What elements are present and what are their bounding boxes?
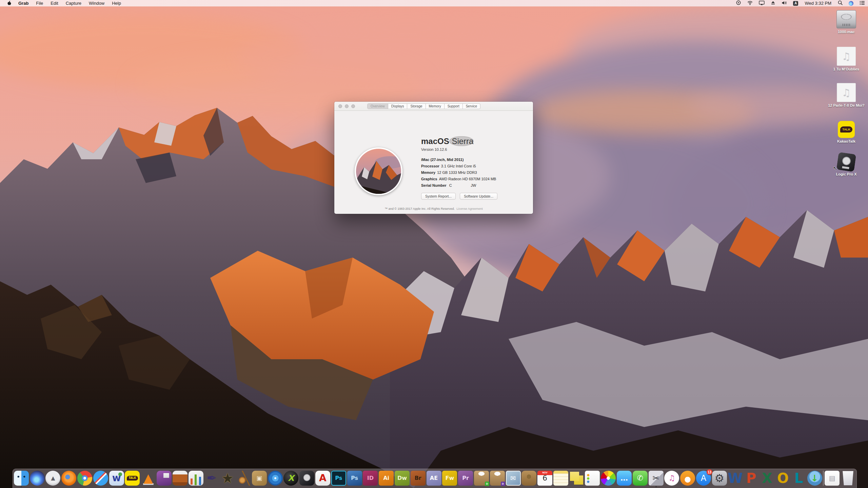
software-update-button[interactable]: Software Update... <box>460 193 497 200</box>
dock-x-app[interactable]: X <box>283 471 298 488</box>
dock-illustrator[interactable]: Ai <box>379 471 394 488</box>
dock-after-effects[interactable]: AE <box>427 471 441 488</box>
indesign-icon: ID <box>363 471 378 486</box>
dock-ibooks[interactable] <box>680 471 695 488</box>
dock-stickies[interactable] <box>569 471 584 488</box>
dock-notes[interactable] <box>553 471 568 488</box>
dock-firefox[interactable] <box>61 471 76 488</box>
menu-edit[interactable]: Edit <box>47 0 62 6</box>
spotlight-menu[interactable] <box>835 0 846 6</box>
dock-grab[interactable]: ✂ <box>649 471 664 488</box>
idvd-icon <box>268 471 283 486</box>
dock-imovie-09[interactable]: ★ <box>220 471 235 488</box>
dock-unarchiver-purple[interactable]: D <box>490 471 505 488</box>
menu-clock[interactable]: Wed 3:32 PM <box>801 0 835 6</box>
messages-glyph: … <box>620 474 628 482</box>
dock-pages-09[interactable]: ✒ <box>204 471 219 488</box>
dock-keynote-09[interactable] <box>173 471 188 488</box>
menu-help[interactable]: Help <box>108 0 125 6</box>
dock-outlook[interactable]: O <box>775 471 790 488</box>
photoshop-cs-glyph: Ps <box>351 475 358 481</box>
dock-word[interactable]: W <box>728 471 743 488</box>
dock-unarchiver-green[interactable]: D <box>474 471 489 488</box>
zoom-button[interactable] <box>351 104 355 108</box>
dock-indesign[interactable]: ID <box>363 471 378 488</box>
dock-facetime[interactable]: ✆ <box>633 471 648 488</box>
menu-window[interactable]: Window <box>85 0 108 6</box>
dock-safari[interactable] <box>93 471 108 488</box>
dock-kakaotalk[interactable]: TALK <box>125 471 140 488</box>
messages-icon: … <box>617 471 632 486</box>
menu-capture[interactable]: Capture <box>62 0 85 6</box>
system-report-button[interactable]: System Report... <box>421 193 456 200</box>
dock-bridge[interactable]: Br <box>411 471 426 488</box>
dock-vlc[interactable]: ▲ <box>141 471 156 488</box>
input-source-menu[interactable]: A <box>790 0 801 6</box>
dock-fireworks[interactable]: Fw <box>442 471 457 488</box>
tab-overview[interactable]: Overview <box>368 104 388 109</box>
acrobat-icon: A <box>315 471 330 486</box>
dock-system-preferences[interactable]: ⚙ <box>712 471 727 488</box>
eject-menu[interactable] <box>768 0 778 6</box>
wifi-menu[interactable] <box>744 0 756 6</box>
dock-trash[interactable] <box>841 471 855 488</box>
dock-contacts[interactable] <box>521 471 536 488</box>
desktop-icon-1-tu-m-oublies[interactable]: ♫1 Tu M'Oublies <box>827 47 865 71</box>
tab-service[interactable]: Service <box>462 104 480 109</box>
grab-glyph: ✂ <box>653 474 659 482</box>
menu-file[interactable]: File <box>32 0 47 6</box>
dock-photos[interactable] <box>601 471 616 488</box>
dock-idvd[interactable] <box>268 471 283 488</box>
dock-excel[interactable]: X <box>760 471 774 488</box>
dock-downloader[interactable]: ↓ <box>807 471 822 488</box>
dock-purple-media-app[interactable] <box>157 471 172 488</box>
minimize-button[interactable] <box>345 104 349 108</box>
volume-menu[interactable] <box>778 0 790 6</box>
serial-label: Serial Number <box>421 183 447 187</box>
dock-launchpad[interactable]: ▲ <box>45 471 60 488</box>
dock-messages[interactable]: … <box>617 471 632 488</box>
menu-app-name[interactable]: Grab <box>15 0 32 6</box>
dock-w-globe-app[interactable]: w <box>109 471 124 488</box>
dock-app-store[interactable]: A13 <box>696 471 711 488</box>
apple-menu[interactable] <box>0 0 15 6</box>
dock-premiere[interactable]: Pr <box>458 471 473 488</box>
dock-itunes[interactable]: ♫ <box>664 471 679 488</box>
siri-menu[interactable] <box>846 0 856 6</box>
dock-dreamweaver[interactable]: Dw <box>395 471 410 488</box>
notification-center-menu[interactable] <box>856 0 868 6</box>
input-source-icon: A <box>793 1 798 6</box>
system-preferences-icon: ⚙ <box>712 471 727 486</box>
tab-storage[interactable]: Storage <box>407 104 425 109</box>
dock-corkboard-app[interactable]: ▣ <box>252 471 267 488</box>
dock-numbers-09[interactable] <box>189 471 203 488</box>
dock-mail[interactable]: ✉ <box>506 471 521 488</box>
close-button[interactable] <box>338 104 342 108</box>
dock-reminders[interactable] <box>585 471 600 488</box>
tab-memory[interactable]: Memory <box>426 104 444 109</box>
dock-powerpoint[interactable]: P <box>744 471 758 488</box>
desktop-icon-kakaotalk[interactable]: TALKKakaoTalk <box>827 121 865 143</box>
dock-acrobat[interactable]: A <box>315 471 330 488</box>
dock-photoshop-cc[interactable]: Ps <box>331 471 346 488</box>
license-agreement-link[interactable]: License Agreement <box>457 207 483 210</box>
dock-photoshop-cs[interactable]: Ps <box>347 471 362 488</box>
dock-garageband[interactable] <box>236 471 251 488</box>
desktop-icon-1000-mac[interactable]: 1000-mac <box>827 10 865 34</box>
dock-siri[interactable] <box>30 471 45 488</box>
dock-calendar[interactable]: 6NOV <box>537 471 552 488</box>
dock-chrome[interactable] <box>77 471 92 488</box>
dock-lync[interactable]: L <box>791 471 806 488</box>
tab-support[interactable]: Support <box>444 104 462 109</box>
dock-finder[interactable] <box>14 471 29 488</box>
dock-document-file[interactable]: ▤ <box>825 471 840 488</box>
kakaotalk-glyph: TALK <box>127 476 138 481</box>
creative-cloud-menu[interactable] <box>733 0 744 6</box>
music-note-glyph: ♫ <box>842 50 851 62</box>
tab-displays[interactable]: Displays <box>388 104 407 109</box>
desktop-icon-12-parle-t-il-de-moi-[interactable]: ♫12 Parle-T-Il De Moi? <box>827 83 865 107</box>
airplay-menu[interactable] <box>756 0 768 6</box>
desktop-icon-logic-pro-x[interactable]: ↖Logic Pro X <box>827 153 865 176</box>
dock-logic-pro[interactable] <box>299 471 314 488</box>
menu-bar-left: Grab FileEditCaptureWindowHelp <box>0 0 125 6</box>
